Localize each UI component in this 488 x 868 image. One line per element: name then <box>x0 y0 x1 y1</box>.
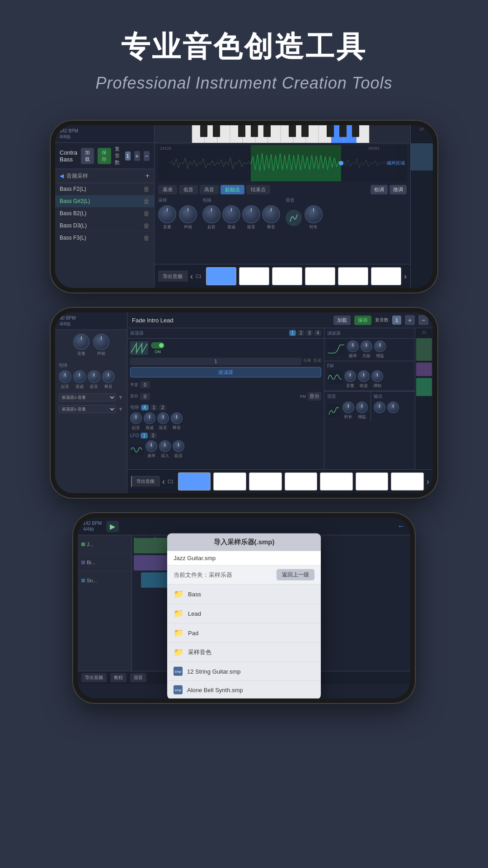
folder-icon: 📁 <box>174 647 183 657</box>
file-item-bell[interactable]: smp Alone Bell Synth.smp <box>167 681 321 698</box>
mix-button[interactable]: 混音 <box>130 673 146 682</box>
back-button[interactable]: 返回上一级 <box>277 569 314 580</box>
reverb-subsection: 混音 时长 <box>324 392 371 422</box>
voice-minus-button[interactable]: − <box>144 151 150 161</box>
sample-tabs: 基准 低音 高音 起始点 结束点 粗调 微调 <box>155 183 410 196</box>
svg-rect-21 <box>327 125 334 137</box>
synth-key-e[interactable] <box>249 472 282 491</box>
chevron-down-icon: ▼ <box>118 394 123 401</box>
voice-label: 复音数 <box>375 317 389 323</box>
piano-key-a[interactable] <box>371 267 401 285</box>
synth-export-button[interactable]: 导出音频 <box>131 476 160 487</box>
time-knob[interactable] <box>305 205 323 223</box>
release-knob[interactable] <box>262 205 280 223</box>
bpm-display: 142 BPM 4/4拍 <box>60 128 78 140</box>
next-key-button[interactable]: › <box>404 272 407 281</box>
tab-start[interactable]: 起始点 <box>221 185 244 194</box>
lfo-tab-1[interactable]: 1 <box>141 433 148 439</box>
lfo-rate: 速率 <box>145 440 157 459</box>
tab-end[interactable]: 结束点 <box>246 185 270 194</box>
sampler-left-panel: 142 BPM 4/4拍 Contra Bass 加载 保存 复音数 1 <box>55 125 155 288</box>
volume-knob[interactable] <box>158 205 176 223</box>
synth-key-a[interactable] <box>356 472 389 491</box>
play-button[interactable]: ▶ <box>106 521 119 532</box>
osc-tab-3[interactable]: 3 <box>306 330 313 336</box>
svg-rect-17 <box>251 125 258 137</box>
fm-vol: 音量 <box>344 370 356 389</box>
folder-item-bass[interactable]: 📁 Bass <box>167 585 321 604</box>
env-tab-2[interactable]: 2 <box>159 405 166 410</box>
lfo-tab-2[interactable]: 2 <box>150 433 157 439</box>
add-sample-button[interactable]: + <box>145 172 150 180</box>
mod-row2: 振荡器1-音量 ▼ <box>55 403 127 415</box>
semitone-value: 0 <box>140 381 150 388</box>
attack-knob[interactable] <box>202 205 221 223</box>
export-button[interactable]: 导出音频 <box>158 271 188 282</box>
synth-next-key[interactable]: › <box>427 477 429 486</box>
tab-bass[interactable]: 低音 <box>179 185 198 194</box>
sample-item[interactable]: Bass F3(L) 🗑 <box>55 232 154 244</box>
tab-basic[interactable]: 基准 <box>158 185 177 194</box>
delete-icon[interactable]: 🗑 <box>143 198 150 205</box>
decay-knob[interactable] <box>222 205 240 223</box>
sustain-knob[interactable] <box>242 205 260 223</box>
piano-key-d[interactable] <box>239 267 269 285</box>
env-knobs-row: 起音 衰减 延音 <box>127 412 324 431</box>
load-button[interactable]: 加载 <box>81 148 94 164</box>
sample-item[interactable]: Bass F2(L) 🗑 <box>55 183 154 195</box>
sample-item[interactable]: Bass D3(L) 🗑 <box>55 220 154 232</box>
osc-tab-1[interactable]: 1 <box>289 330 296 336</box>
dialog-filename[interactable]: Jazz Guitar.smp <box>167 551 321 566</box>
back-arrow-icon[interactable]: ← <box>398 522 405 530</box>
sample-item[interactable]: Bass B2(L) 🗑 <box>55 208 154 220</box>
voice-plus-button[interactable]: + <box>134 151 140 161</box>
time-knob-group: 时长 <box>305 205 323 230</box>
synth-voice-plus[interactable]: + <box>405 315 415 325</box>
coarse-tune-button[interactable]: 粗调 <box>371 185 388 194</box>
synth-key-g[interactable] <box>320 472 353 491</box>
synth-key-d[interactable] <box>213 472 246 491</box>
mod-source2-select[interactable]: 振荡器1-音量 <box>59 405 116 413</box>
sustain-knob-group: 延音 <box>242 205 260 230</box>
current-folder-label: 当前文件夹：采样乐器 <box>174 571 273 579</box>
pan-knob[interactable] <box>179 205 197 223</box>
sawtooth-wave-icon[interactable] <box>130 341 148 355</box>
folder-item-pad[interactable]: 📁 Pad <box>167 623 321 643</box>
tab-treble[interactable]: 高音 <box>200 185 219 194</box>
wave-filter-button[interactable]: 波滤器 <box>130 367 321 377</box>
sample-item-active[interactable]: Bass G#2(L) 🗑 <box>55 195 154 208</box>
fm-wave: 收波 <box>358 370 370 389</box>
synth-key-f[interactable] <box>285 472 318 491</box>
save-button[interactable]: 保存 <box>98 148 111 164</box>
env-tab-1[interactable]: 1 <box>150 405 158 410</box>
reverb-icon <box>286 210 302 226</box>
attack-knob-group: 起音 <box>202 205 221 230</box>
mod-source1-select[interactable]: 振荡器1-音量 <box>59 393 116 401</box>
env-tab-a[interactable]: A <box>141 405 149 410</box>
synth-left-panel: 90 BPM 4/4拍 音量 声相 <box>55 312 127 493</box>
osc-tab-4[interactable]: 4 <box>314 330 321 336</box>
delete-icon[interactable]: 🗑 <box>143 222 150 229</box>
osc-tab-2[interactable]: 2 <box>297 330 305 336</box>
synth-key-c[interactable] <box>178 472 211 491</box>
synth-key-b[interactable] <box>391 472 424 491</box>
piano-key-e[interactable] <box>272 267 302 285</box>
prev-key-button[interactable]: ‹ <box>190 272 193 281</box>
file-item-guitar[interactable]: smp 12 String Guitar.smp <box>167 662 321 681</box>
delete-icon[interactable]: 🗑 <box>143 234 150 241</box>
delete-icon[interactable]: 🗑 <box>143 210 150 217</box>
tutorial-button[interactable]: 教程 <box>110 673 127 682</box>
synth-save-button[interactable]: 保存 <box>354 316 371 325</box>
piano-key-g[interactable] <box>338 267 368 285</box>
synth-main-panel: Fade Intro Lead 加载 保存 复音数 1 + − <box>127 312 433 493</box>
folder-item-lead[interactable]: 📁 Lead <box>167 604 321 623</box>
delete-icon[interactable]: 🗑 <box>143 185 150 193</box>
synth-load-button[interactable]: 加载 <box>333 316 351 325</box>
folder-item-samples[interactable]: 📁 采样音色 <box>167 643 321 662</box>
piano-key-c[interactable] <box>206 267 236 285</box>
export-daw-button[interactable]: 导出音频 <box>81 673 107 682</box>
synth-voice-minus[interactable]: − <box>418 315 428 325</box>
piano-key-f[interactable] <box>305 267 335 285</box>
fine-tune-button[interactable]: 微调 <box>389 185 407 194</box>
synth-prev-key[interactable]: ‹ <box>162 477 165 486</box>
